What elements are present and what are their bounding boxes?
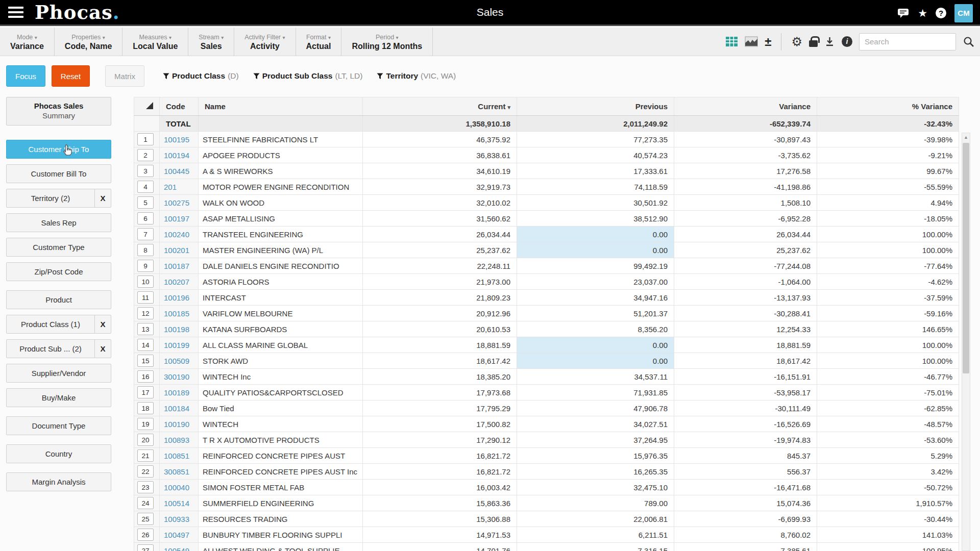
variance-cell[interactable]: 25,237.62 bbox=[674, 242, 817, 258]
current-cell[interactable]: 14,701.76 bbox=[363, 543, 517, 551]
variance-cell[interactable]: -30,111.49 bbox=[674, 400, 817, 416]
variance-cell[interactable]: -30,897.43 bbox=[674, 132, 817, 147]
pct-variance-cell[interactable]: -37.59% bbox=[817, 290, 959, 306]
row-number[interactable]: 27 bbox=[137, 544, 154, 551]
current-cell[interactable]: 20,610.53 bbox=[363, 321, 517, 337]
pct-variance-cell[interactable]: -62.85% bbox=[817, 400, 959, 416]
pct-variance-cell[interactable]: -48.57% bbox=[817, 416, 959, 432]
row-number[interactable]: 26 bbox=[137, 529, 154, 541]
row-number[interactable]: 7 bbox=[137, 228, 154, 240]
col-header-current[interactable]: Current▾ bbox=[363, 97, 517, 116]
pct-variance-cell[interactable]: 4.94% bbox=[817, 195, 959, 211]
filter-chip-product-sub-class[interactable]: Product Sub Class (LT, LD) bbox=[253, 71, 363, 81]
sidebar-item-sales-rep[interactable]: Sales Rep bbox=[6, 213, 111, 232]
pct-variance-cell[interactable]: -46.77% bbox=[817, 369, 959, 385]
sidebar-item-product-sub-2[interactable]: Product Sub ... (2) X bbox=[6, 339, 111, 358]
previous-cell[interactable]: 7,316.15 bbox=[517, 543, 674, 551]
pct-variance-cell[interactable]: 100.95% bbox=[817, 543, 959, 551]
code-link[interactable]: 100198 bbox=[164, 325, 189, 334]
code-link[interactable]: 100197 bbox=[164, 214, 189, 223]
variance-cell[interactable]: -6,699.93 bbox=[674, 511, 817, 527]
user-avatar[interactable]: CM bbox=[954, 4, 973, 22]
pct-variance-cell[interactable]: 5.29% bbox=[817, 448, 959, 464]
pct-variance-cell[interactable]: -50.72% bbox=[817, 480, 959, 495]
current-cell[interactable]: 16,821.72 bbox=[363, 464, 517, 480]
customer-name-cell[interactable]: A & S WIREWORKS bbox=[199, 163, 363, 179]
customer-name-cell[interactable]: MOTOR POWER ENGINE RECONDITION bbox=[199, 179, 363, 195]
row-number[interactable]: 16 bbox=[137, 370, 154, 383]
customer-name-cell[interactable]: WALK ON WOOD bbox=[199, 195, 363, 211]
row-number[interactable]: 6 bbox=[137, 212, 154, 224]
row-number[interactable]: 3 bbox=[137, 165, 154, 177]
customer-name-cell[interactable]: BUNBURY TIMBER FLOORING SUPPLI bbox=[199, 527, 363, 543]
pct-variance-cell[interactable]: 3.42% bbox=[817, 464, 959, 480]
previous-cell[interactable]: 23,037.00 bbox=[517, 274, 674, 290]
sidebar-item-margin-analysis[interactable]: Margin Analysis bbox=[6, 472, 111, 491]
customer-name-cell[interactable]: ALLWEST WELDING & TOOL SUPPLIE bbox=[199, 543, 363, 551]
pct-variance-cell[interactable]: 141.03% bbox=[817, 527, 959, 543]
customer-name-cell[interactable]: QUALITY PATIOS&CARPORTSCLOSED bbox=[199, 385, 363, 400]
code-link[interactable]: 300190 bbox=[164, 372, 189, 381]
customer-name-cell[interactable]: DALE DANIELS ENGINE RECONDITIO bbox=[199, 258, 363, 274]
code-link[interactable]: 100185 bbox=[164, 309, 189, 318]
row-number[interactable]: 5 bbox=[137, 196, 154, 209]
code-link[interactable]: 100199 bbox=[164, 341, 189, 349]
customer-name-cell[interactable]: T R X AUTOMOTIVE PRODUCTS bbox=[199, 432, 363, 448]
code-link[interactable]: 100445 bbox=[164, 167, 189, 176]
col-header-variance[interactable]: Variance bbox=[674, 97, 817, 116]
customer-name-cell[interactable]: WINTECH Inc bbox=[199, 369, 363, 385]
current-cell[interactable]: 17,795.29 bbox=[363, 400, 517, 416]
previous-cell[interactable]: 16,265.35 bbox=[517, 464, 674, 480]
current-cell[interactable]: 15,863.36 bbox=[363, 495, 517, 511]
customer-name-cell[interactable]: VARIFLOW MELBOURNE bbox=[199, 306, 363, 321]
row-number[interactable]: 14 bbox=[137, 339, 154, 351]
code-link[interactable]: 100893 bbox=[164, 436, 189, 444]
row-number[interactable]: 1 bbox=[137, 133, 154, 145]
customer-name-cell[interactable]: ASAP METALLISING bbox=[199, 211, 363, 227]
matrix-button[interactable]: Matrix bbox=[105, 65, 144, 87]
toolbar-group-mode[interactable]: Mode ▾ Variance bbox=[0, 28, 55, 56]
pct-variance-cell[interactable]: -18.05% bbox=[817, 211, 959, 227]
current-cell[interactable]: 18,385.20 bbox=[363, 369, 517, 385]
lock-icon[interactable] bbox=[809, 40, 818, 47]
previous-cell[interactable]: 0.00 bbox=[517, 337, 674, 353]
variance-cell[interactable]: -13,137.93 bbox=[674, 290, 817, 306]
col-header-name[interactable]: Name bbox=[199, 97, 363, 116]
toolbar-group-period[interactable]: Period ▾ Rolling 12 Months bbox=[341, 28, 433, 56]
row-number[interactable]: 18 bbox=[137, 402, 154, 414]
previous-cell[interactable]: 40,574.23 bbox=[517, 147, 674, 163]
pct-variance-cell[interactable]: -30.44% bbox=[817, 511, 959, 527]
search-icon[interactable] bbox=[963, 36, 975, 48]
pct-variance-cell[interactable]: -9.21% bbox=[817, 147, 959, 163]
current-cell[interactable]: 31,560.62 bbox=[363, 211, 517, 227]
pct-variance-cell[interactable]: -75.01% bbox=[817, 385, 959, 400]
current-cell[interactable]: 15,306.88 bbox=[363, 511, 517, 527]
row-number[interactable]: 8 bbox=[137, 244, 154, 256]
code-link[interactable]: 100201 bbox=[164, 246, 189, 255]
row-number[interactable]: 25 bbox=[137, 513, 154, 525]
variance-cell[interactable]: 556.37 bbox=[674, 464, 817, 480]
code-link[interactable]: 100195 bbox=[164, 135, 189, 144]
variance-cell[interactable]: -53,958.17 bbox=[674, 385, 817, 400]
help-icon[interactable]: ? bbox=[936, 8, 946, 18]
previous-cell[interactable]: 0.00 bbox=[517, 227, 674, 242]
sidebar-item-supplier-vendor[interactable]: Supplier/Vendor bbox=[6, 364, 111, 383]
current-cell[interactable]: 36,838.61 bbox=[363, 147, 517, 163]
row-number[interactable]: 23 bbox=[137, 481, 154, 493]
code-link[interactable]: 100851 bbox=[164, 452, 189, 460]
previous-cell[interactable]: 37,264.95 bbox=[517, 432, 674, 448]
pct-variance-cell[interactable]: -59.16% bbox=[817, 306, 959, 321]
previous-cell[interactable]: 34,537.11 bbox=[517, 369, 674, 385]
previous-cell[interactable]: 0.00 bbox=[517, 353, 674, 369]
current-cell[interactable]: 32,010.02 bbox=[363, 195, 517, 211]
code-link[interactable]: 100196 bbox=[164, 293, 189, 302]
row-number[interactable]: 4 bbox=[137, 181, 154, 193]
previous-cell[interactable]: 0.00 bbox=[517, 242, 674, 258]
filter-chip-product-class[interactable]: Product Class (D) bbox=[163, 71, 239, 81]
customer-name-cell[interactable]: SUMMERFIELD ENGINEERING bbox=[199, 495, 363, 511]
row-number[interactable]: 15 bbox=[137, 355, 154, 367]
previous-cell[interactable]: 99,492.19 bbox=[517, 258, 674, 274]
pct-variance-cell[interactable]: 146.65% bbox=[817, 321, 959, 337]
row-number[interactable]: 10 bbox=[137, 276, 154, 288]
previous-cell[interactable]: 74,118.59 bbox=[517, 179, 674, 195]
